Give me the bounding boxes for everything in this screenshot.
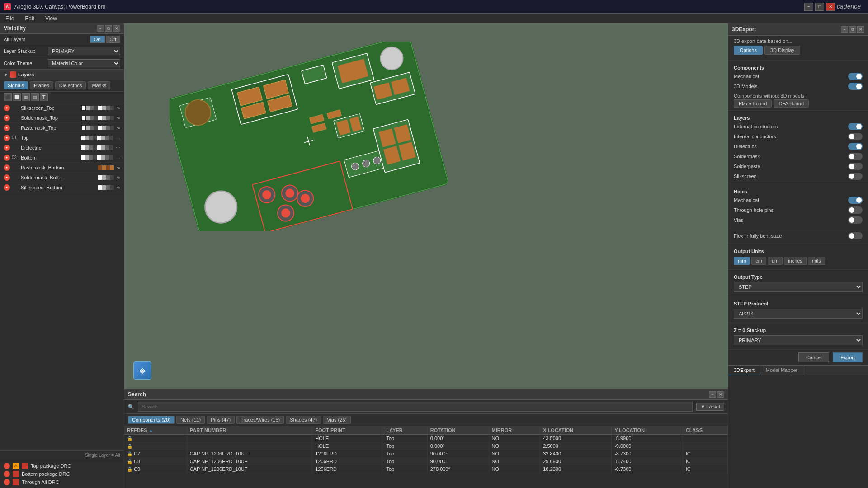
pcb-canvas[interactable]: ◈ (124, 23, 728, 389)
silkscreen-toggle[interactable] (848, 173, 863, 180)
visibility-pin-button[interactable]: − (97, 25, 104, 32)
drc-eye-1[interactable] (4, 463, 10, 469)
layer-eye-bottom[interactable] (4, 155, 10, 161)
export3d-close-button[interactable]: ✕ (857, 26, 864, 33)
tab-traces[interactable]: Traces/Wires (15) (236, 416, 284, 424)
visibility-float-button[interactable]: ⧉ (105, 25, 112, 32)
layer-eye-soldermask-bottom[interactable] (4, 174, 10, 181)
dielectrics-tab[interactable]: Dielectrics (55, 81, 86, 89)
export-button[interactable]: Export (833, 352, 863, 362)
col-layer[interactable]: LAYER (383, 426, 427, 435)
drc-eye-3[interactable] (4, 479, 10, 485)
layer-eye-silkscreen-top[interactable] (4, 105, 10, 111)
layer-eye-soldermask-top[interactable] (4, 115, 10, 121)
step-protocol-select[interactable]: AP214 (734, 309, 863, 319)
through-hole-toggle[interactable] (848, 206, 863, 214)
swatch (98, 165, 102, 170)
table-row[interactable]: 🔒 HOLE Top 0.000° NO 2.5000 -9.0000 (124, 442, 728, 450)
cancel-button[interactable]: Cancel (798, 352, 829, 362)
search-close-button[interactable]: ✕ (717, 391, 724, 398)
solderpaste-toggle[interactable] (848, 163, 863, 170)
signals-tab[interactable]: Signals (4, 81, 28, 89)
unit-inches-button[interactable]: inches (784, 257, 807, 265)
minimize-button[interactable]: − (804, 3, 813, 11)
close-button[interactable]: ✕ (826, 3, 835, 11)
flex-toggle[interactable] (848, 232, 863, 239)
options-button[interactable]: Options (734, 46, 763, 55)
masks-tab[interactable]: Masks (88, 81, 110, 89)
zero-stackup-select[interactable]: PRIMARY (734, 335, 863, 345)
navigation-cube[interactable]: ◈ (133, 361, 151, 380)
layer-eye-pastemask-top[interactable] (4, 125, 10, 131)
layer-eye-top[interactable] (4, 135, 10, 141)
planes-tab[interactable]: Planes (30, 81, 53, 89)
color-theme-select[interactable]: Material Color (48, 59, 120, 67)
reset-button[interactable]: ▼ Reset (696, 403, 724, 411)
layer-tool-3[interactable]: ▦ (22, 93, 30, 101)
maximize-button[interactable]: □ (815, 3, 824, 11)
tab-model-mapper[interactable]: Model Mapper (760, 366, 803, 375)
drc-eye-2[interactable] (4, 471, 10, 477)
unit-mils-button[interactable]: mils (808, 257, 825, 265)
dfa-bound-button[interactable]: DFA Bound (774, 99, 809, 108)
place-bound-button[interactable]: Place Bound (734, 99, 772, 108)
col-refdes[interactable]: REFDES ▲ (124, 426, 187, 435)
soldermask-toggle[interactable] (848, 153, 863, 160)
output-type-select[interactable]: STEP (734, 282, 863, 292)
holes-mechanical-toggle[interactable] (848, 197, 863, 204)
layers-chevron-icon: ▼ (4, 72, 8, 77)
unit-um-button[interactable]: um (768, 257, 783, 265)
table-row[interactable]: 🔒 C9 CAP NP_1206ERD_10UF 1206ERD Top 270… (124, 465, 728, 473)
external-conductors-toggle[interactable] (848, 123, 863, 130)
table-row[interactable]: 🔒 HOLE Top 0.000° NO 43.5000 -8.9900 (124, 435, 728, 442)
internal-conductors-toggle[interactable] (848, 133, 863, 140)
dielectrics-toggle[interactable] (848, 143, 863, 150)
export3d-pin-button[interactable]: − (841, 26, 848, 33)
3d-display-button[interactable]: 3D Display (764, 46, 800, 55)
layer-stackup-select[interactable]: PRIMARY (48, 47, 120, 55)
tab-3dexport[interactable]: 3DExport (728, 366, 760, 375)
col-rotation[interactable]: ROTATION (427, 426, 489, 435)
layer-eye-silkscreen-bottom[interactable] (4, 184, 10, 191)
all-layers-on-button[interactable]: On (90, 36, 105, 43)
col-footprint[interactable]: FOOT PRINT (312, 426, 383, 435)
models-toggle[interactable] (848, 83, 863, 90)
table-row[interactable]: 🔒 C8 CAP NP_1206ERD_10UF 1206ERD Top 90.… (124, 458, 728, 465)
table-row[interactable]: 🔒 C7 CAP NP_1206ERD_10UF 1206ERD Top 90.… (124, 450, 728, 458)
col-xloc[interactable]: X LOCATION (540, 426, 612, 435)
unit-cm-button[interactable]: cm (751, 257, 766, 265)
layer-tool-2[interactable]: ⬜ (13, 93, 21, 101)
tab-components[interactable]: Components (20) (128, 416, 175, 424)
col-mirror[interactable]: MIRROR (489, 426, 540, 435)
layer-tool-5[interactable]: T (40, 93, 48, 101)
mechanical-toggle[interactable] (848, 73, 863, 80)
silkscreen-row: Silkscreen (734, 171, 863, 181)
tab-nets[interactable]: Nets (11) (176, 416, 205, 424)
layer-tool-1[interactable]: ⬛ (4, 93, 12, 101)
tab-shapes[interactable]: Shapes (47) (286, 416, 321, 424)
visibility-close-button[interactable]: ✕ (113, 25, 120, 32)
all-layers-off-button[interactable]: Off (106, 36, 120, 43)
tab-vias[interactable]: Vias (26) (323, 416, 351, 424)
search-input[interactable] (138, 402, 693, 412)
layer-eye-pastemask-bottom[interactable] (4, 164, 10, 171)
layer-eye-dielectric[interactable] (4, 145, 10, 151)
export3d-float-button[interactable]: ⧉ (849, 26, 856, 33)
tab-pins[interactable]: Pins (47) (207, 416, 235, 424)
search-minimize-button[interactable]: − (709, 391, 716, 398)
edit-menu[interactable]: Edit (23, 14, 36, 23)
layer-tool-4[interactable]: ▤ (31, 93, 39, 101)
lock-icon: 🔒 (127, 444, 132, 449)
nav-cube-icon: ◈ (133, 361, 151, 380)
view-menu[interactable]: View (43, 14, 59, 23)
file-menu[interactable]: File (4, 14, 16, 23)
col-partnum[interactable]: PART NUMBER (187, 426, 312, 435)
col-yloc[interactable]: Y LOCATION (612, 426, 683, 435)
unit-mm-button[interactable]: mm (734, 257, 750, 265)
vias-toggle[interactable] (848, 216, 863, 224)
col-class[interactable]: CLASS (683, 426, 727, 435)
swatch (98, 106, 102, 110)
output-type-title: Output Type (734, 272, 863, 281)
export-data-section: 3D export data based on... Options 3D Di… (728, 36, 868, 61)
line-style: ∿ (117, 105, 120, 110)
